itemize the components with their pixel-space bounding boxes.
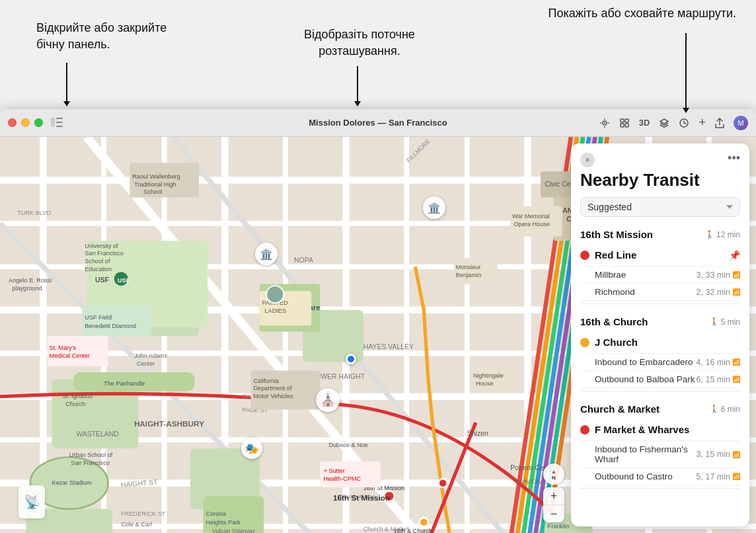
svg-text:Benjamin: Benjamin [456,272,481,278]
share-button[interactable] [715,118,724,128]
svg-text:Duboce & Noe: Duboce & Noe [328,442,368,448]
svg-rect-0 [51,118,55,127]
destination-name: Outbound to Castro [595,472,673,481]
svg-text:+ Sutter: + Sutter [324,468,345,474]
svg-text:Health-CPMC: Health-CPMC [324,475,361,482]
route-destination: Inbound to Fisherman's Wharf3, 15 min📶 [580,441,740,468]
svg-text:Motor Vehicles: Motor Vehicles [254,393,293,399]
section-header-16th-church: 16th & Church🚶5 min [580,311,740,331]
section-title: 16th & Church [580,316,648,327]
section-divider [580,391,740,391]
svg-text:Monsieur: Monsieur [456,264,481,270]
arrow-left [66,63,67,102]
panel-title: Nearby Transit [571,167,749,197]
svg-text:Church: Church [65,401,85,407]
route-red-line[interactable]: Red Line📌 [580,244,740,266]
svg-rect-101 [471,366,514,392]
svg-text:LADIES: LADIES [265,308,287,314]
route-destination: Outbound to Balboa Park6, 15 min📶 [580,371,740,388]
route-f-market[interactable]: F Market & Wharves [580,419,740,441]
panel-select-row: Suggested Walking Distance Alphabetical [571,197,749,224]
route-destination: Inbound to Embarcadero4, 16 min📶 [580,354,740,371]
transit-section-16th-st-mission: 16th St Mission🚶12 minRed Line📌Millbrae3… [580,224,740,304]
sidebar-toggle-button[interactable] [51,118,64,128]
route-timing: 5, 17 min📶 [697,472,740,481]
zoom-out-button[interactable]: − [543,505,564,522]
nearby-transit-panel: × ••• Nearby Transit Suggested Walking D… [571,144,749,526]
maximize-button[interactable] [34,118,43,127]
section-header-church-market: Church & Market🚶6 min [580,398,740,419]
section-divider [580,488,740,489]
3d-button[interactable]: 3D [639,118,650,128]
panel-scroll[interactable]: 16th St Mission🚶12 minRed Line📌Millbrae3… [571,224,749,526]
section-walk-time: 🚶5 min [710,317,740,327]
compass-label: N [552,475,556,481]
svg-text:St. Ignatius: St. Ignatius [62,393,93,399]
window-title: Mission Dolores — San Francisco [309,118,447,128]
transit-section-16th-church: 16th & Church🚶5 minJ ChurchInbound to Em… [580,311,740,391]
svg-text:Kezar Stadium: Kezar Stadium [52,479,92,486]
traffic-lights [8,118,43,127]
svg-text:Vulcan Stairway: Vulcan Stairway [212,528,256,533]
route-color-dot [580,425,589,434]
svg-text:Shizen: Shizen [467,430,488,437]
destination-name: Richmond [595,287,635,297]
section-walk-time: 🚶6 min [710,405,740,414]
route-timing: 3, 33 min📶 [697,270,740,280]
destination-name: Millbrae [595,270,626,280]
svg-text:St. Mary's: St. Mary's [50,345,77,351]
compass-button[interactable]: ▲ N [543,464,564,485]
civic-center-icon: 🏛️ [423,196,445,219]
route-name: J Church [595,337,740,348]
svg-text:Heights Park: Heights Park [206,519,241,526]
svg-text:San Francisco: San Francisco [85,250,124,257]
svg-text:USF: USF [95,276,110,284]
svg-text:Raoul Wallenberg: Raoul Wallenberg [132,173,180,180]
map-container[interactable]: Alamo Square SAN FRANCISCO CI [0,137,756,533]
route-j-church[interactable]: J Church [580,331,740,354]
map-controls: ▲ N + − [543,464,564,522]
annotation-area: Відкрийте або закрийте бічну панель. Від… [0,0,756,109]
svg-text:Franklin: Franklin [548,523,570,530]
svg-text:NOPA: NOPA [294,257,313,264]
close-button[interactable] [8,118,17,127]
section-title: Church & Market [580,403,660,415]
suggested-dropdown[interactable]: Suggested Walking Distance Alphabetical [580,197,740,217]
route-name: Red Line [595,249,729,261]
layers-button[interactable] [659,118,669,128]
arrow-center [357,66,358,102]
destination-name: Outbound to Balboa Park [595,374,695,384]
svg-text:playground: playground [12,285,42,292]
mission-dolores-icon: ⛪ [316,388,340,412]
time-button[interactable] [679,118,689,128]
section-title: 16th St Mission [580,229,653,240]
svg-point-5 [604,122,605,124]
transit-button[interactable] [619,118,630,128]
svg-rect-9 [625,124,628,127]
svg-rect-136 [130,163,199,197]
svg-text:Urban School of: Urban School of [69,452,113,458]
svg-text:Opera House: Opera House [514,221,550,227]
svg-text:FREDERICK ST: FREDERICK ST [121,511,166,517]
add-button[interactable]: + [699,116,706,130]
route-color-dot [580,338,589,347]
panel-close-button[interactable]: × [580,153,595,167]
panel-more-button[interactable]: ••• [728,151,740,165]
location-button[interactable] [599,118,610,128]
svg-text:TURK BLVD: TURK BLVD [17,210,51,216]
svg-text:School: School [143,188,162,195]
section-walk-time: 🚶12 min [705,230,740,239]
zoom-in-button[interactable]: + [543,487,564,505]
profile-button[interactable]: M [734,116,748,130]
toolbar-right: 3D + M [599,116,748,130]
svg-rect-6 [621,119,624,122]
svg-text:HAYES VALLEY: HAYES VALLEY [363,343,414,350]
svg-text:Angelo E. Rossi: Angelo E. Rossi [9,277,52,284]
route-timing: 3, 15 min📶 [697,450,740,459]
transit-section-church-market: Church & Market🚶6 minF Market & WharvesI… [580,398,740,489]
minimize-button[interactable] [21,118,30,127]
svg-text:John Adams: John Adams [134,352,168,359]
zoom-control: + − [543,487,564,522]
svg-point-107 [266,286,284,303]
svg-text:Traditional High: Traditional High [134,181,176,188]
